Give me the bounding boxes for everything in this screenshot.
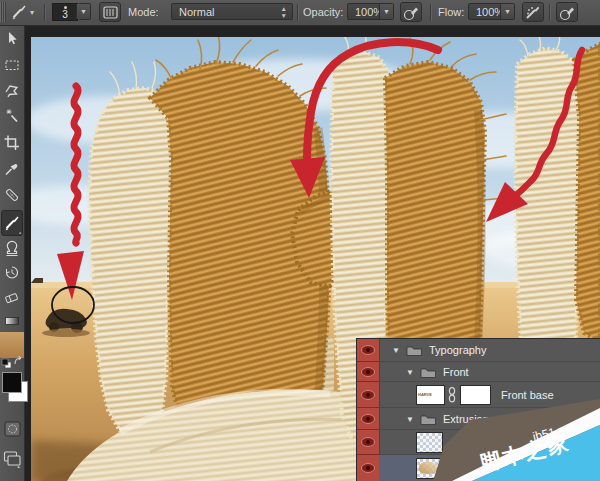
crop-tool[interactable] [3, 134, 21, 152]
layer-group-name[interactable]: Typography [429, 344, 486, 356]
collapse-triangle-icon[interactable]: ▼ [406, 415, 414, 424]
brush-panel-icon [101, 4, 121, 22]
flow-label: Flow: [438, 6, 464, 18]
default-colors-icon[interactable] [1, 358, 12, 369]
polygonal-lasso-tool[interactable] [3, 82, 21, 100]
move-tool[interactable] [3, 30, 21, 48]
history-brush-tool[interactable] [3, 264, 21, 282]
layer-visibility-toggle[interactable] [357, 382, 379, 408]
eraser-tool[interactable] [3, 288, 21, 306]
pressure-pen-icon [558, 4, 578, 22]
rectangular-marquee-tool[interactable] [3, 56, 21, 74]
eyedropper-tool[interactable] [3, 160, 21, 178]
wavy-arrow-down-left [74, 86, 78, 243]
swap-colors-icon[interactable] [13, 356, 24, 367]
brush-size-dropdown-button[interactable]: ▼ [78, 3, 91, 20]
gradient-tool[interactable] [3, 312, 21, 330]
layer-group-row[interactable]: ▼ Typography [379, 339, 600, 362]
toggle-brush-panel-button[interactable] [99, 2, 121, 22]
flow-dropdown[interactable]: 100% ▼ [468, 3, 515, 20]
airbrush-icon [524, 4, 544, 22]
airbrush-button[interactable] [522, 2, 544, 22]
photoshop-window: { "options_bar": { "brush_size": "3", "m… [0, 0, 600, 481]
collapse-triangle-icon[interactable]: ▼ [406, 368, 414, 377]
brush-tool[interactable]: ▪ [1, 210, 23, 236]
brush-preset-icon[interactable] [10, 3, 28, 21]
brush-size-box[interactable]: 3 [52, 3, 78, 21]
layer-visibility-toggle[interactable] [357, 339, 379, 362]
folder-icon [420, 366, 437, 378]
mode-select[interactable]: Normal ▲▼ [171, 3, 293, 20]
brush-preset-caret-icon[interactable]: ▾ [30, 8, 34, 17]
pressure-pen-icon [402, 4, 422, 22]
collapse-triangle-icon[interactable]: ▼ [392, 346, 400, 355]
layer-visibility-toggle[interactable] [357, 362, 379, 382]
opacity-caret-icon: ▼ [379, 4, 393, 19]
foreground-color-swatch[interactable] [2, 372, 22, 393]
layer-group-row[interactable]: ▼ Front [379, 362, 600, 382]
clone-stamp-tool[interactable] [3, 240, 21, 258]
opacity-dropdown[interactable]: 100% ▼ [347, 3, 394, 20]
healing-brush-tool[interactable] [3, 186, 21, 204]
panel-grip[interactable] [0, 2, 6, 22]
folder-icon [406, 344, 423, 356]
mode-label: Mode: [128, 6, 159, 18]
options-bar: ▾ 3 ▼ Mode: Normal ▲▼ Opacity: 100% ▼ Fl… [0, 0, 600, 26]
tablet-pressure-opacity-button[interactable] [400, 2, 422, 22]
layer-visibility-toggle[interactable] [357, 408, 379, 430]
layer-visibility-toggle[interactable] [357, 430, 379, 455]
mode-value: Normal [179, 6, 214, 18]
toolbar-overlay-artifact [0, 332, 24, 358]
opacity-label: Opacity: [303, 6, 343, 18]
brush-size-value: 3 [53, 6, 77, 24]
tablet-pressure-size-button[interactable] [556, 2, 578, 22]
tools-panel: ▪ [0, 25, 25, 481]
mode-updown-icon: ▲▼ [281, 5, 287, 19]
screen-mode-icon[interactable] [3, 450, 22, 468]
layer-visibility-toggle[interactable] [357, 455, 379, 481]
quick-mask-icon[interactable] [4, 420, 21, 438]
magic-wand-tool[interactable] [3, 108, 21, 126]
site-watermark: jb51.net 脚本之家 [428, 394, 600, 481]
flow-caret-icon: ▼ [500, 4, 514, 19]
layer-group-name[interactable]: Front [443, 366, 469, 378]
